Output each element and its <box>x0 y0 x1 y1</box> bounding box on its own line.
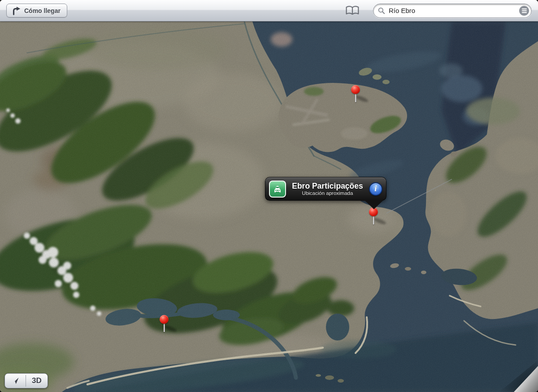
callout-subtitle: Ubicación aproximada <box>288 190 367 196</box>
top-toolbar: Cómo llegar <box>0 0 538 22</box>
search-icon <box>378 7 385 14</box>
transit-car-icon <box>269 181 286 198</box>
3d-button[interactable]: 3D <box>26 374 48 388</box>
pin-ball <box>160 315 169 324</box>
map-pin[interactable] <box>369 207 378 229</box>
directions-button-label: Cómo llegar <box>24 7 61 14</box>
satellite-map[interactable] <box>0 22 538 392</box>
3d-button-label: 3D <box>32 376 42 385</box>
directions-button[interactable]: Cómo llegar <box>6 4 67 17</box>
map-pin[interactable] <box>351 85 360 107</box>
search-input[interactable] <box>388 6 519 15</box>
callout-title: Ebro Participações <box>288 181 367 190</box>
pin-ball <box>351 85 360 94</box>
bookmarks-icon[interactable] <box>345 5 360 16</box>
turn-right-arrow-icon <box>11 6 21 16</box>
map-controls: 3D <box>4 373 48 388</box>
locate-button[interactable] <box>5 374 26 388</box>
search-field[interactable] <box>373 4 532 18</box>
info-icon[interactable]: i <box>369 182 382 196</box>
callout-text: Ebro Participações Ubicación aproximada <box>286 181 369 196</box>
map-noise-light <box>0 22 538 392</box>
callout-tail <box>364 200 383 209</box>
location-arrow-icon <box>11 376 20 385</box>
results-list-button[interactable] <box>519 6 529 16</box>
location-callout[interactable]: Ebro Participações Ubicación aproximada … <box>265 177 386 201</box>
map-pin[interactable] <box>160 315 169 336</box>
maps-app-screen: Ebro Participações Ubicación aproximada … <box>0 0 538 392</box>
